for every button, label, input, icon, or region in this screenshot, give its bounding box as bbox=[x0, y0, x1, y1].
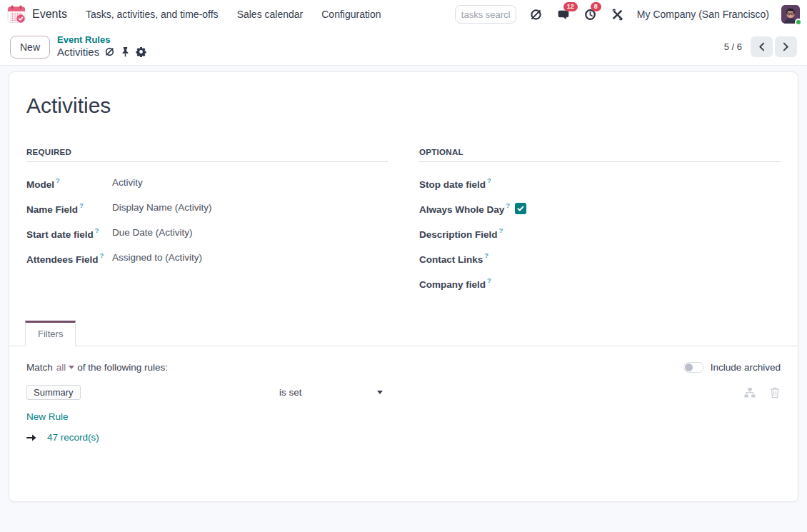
messages-icon[interactable]: 12 bbox=[556, 7, 571, 22]
pager-next-button[interactable] bbox=[775, 36, 797, 57]
required-section-title: REQUIRED bbox=[26, 148, 388, 162]
presence-circle-icon[interactable] bbox=[528, 7, 543, 22]
field-label: Company field bbox=[419, 278, 486, 289]
form-sheet: Activities REQUIRED Model? Activity Name… bbox=[9, 71, 798, 502]
matched-records-row: 47 record(s) bbox=[26, 432, 781, 443]
tab-filters[interactable]: Filters bbox=[25, 321, 76, 346]
chevron-down-icon bbox=[69, 366, 74, 369]
systray: 12 8 My Company (San Francisco) bbox=[455, 5, 800, 24]
tools-icon[interactable] bbox=[610, 7, 625, 22]
field-label: Contact Links bbox=[419, 254, 483, 264]
field-label: Start date field bbox=[26, 229, 94, 239]
pager-previous-button[interactable] bbox=[751, 36, 773, 57]
field-value-start-date[interactable]: Due Date (Activity) bbox=[112, 227, 388, 239]
field-row-name-field: Name Field? Display Name (Activity) bbox=[26, 201, 388, 216]
help-icon: ? bbox=[95, 226, 99, 234]
match-prefix: Match bbox=[26, 362, 53, 373]
help-icon: ? bbox=[499, 226, 503, 234]
help-icon: ? bbox=[56, 176, 60, 184]
pager-value[interactable]: 5 / 6 bbox=[724, 41, 742, 52]
match-operator-value: all bbox=[56, 362, 66, 373]
field-row-always-whole-day: Always Whole Day? bbox=[419, 201, 781, 216]
include-archived-toggle[interactable] bbox=[683, 362, 704, 373]
company-switcher[interactable]: My Company (San Francisco) bbox=[637, 9, 769, 20]
chevron-down-icon bbox=[377, 391, 383, 394]
control-panel: New Event Rules Activities 5 / 6 bbox=[0, 29, 807, 66]
add-branch-icon[interactable] bbox=[744, 387, 756, 398]
settings-gear-icon[interactable] bbox=[136, 46, 146, 57]
help-icon: ? bbox=[506, 201, 510, 209]
record-status-icon[interactable] bbox=[104, 46, 115, 57]
rule-operator-select[interactable]: is set bbox=[279, 387, 383, 398]
optional-section-title: OPTIONAL bbox=[419, 148, 781, 162]
field-value-description[interactable] bbox=[515, 227, 781, 239]
field-row-model: Model? Activity bbox=[26, 176, 388, 191]
help-icon: ? bbox=[100, 251, 104, 259]
help-icon: ? bbox=[487, 276, 491, 284]
filters-pane: Match all of the following rules: Includ… bbox=[26, 346, 781, 443]
field-row-description: Description Field? bbox=[419, 226, 781, 241]
field-value-attendees[interactable]: Assigned to (Activity) bbox=[112, 252, 388, 264]
field-label: Stop date field bbox=[419, 179, 486, 189]
breadcrumb: Event Rules Activities bbox=[57, 35, 146, 58]
field-label: Model bbox=[26, 179, 54, 189]
content-area: Activities REQUIRED Model? Activity Name… bbox=[0, 66, 807, 532]
field-row-stop-date: Stop date field? bbox=[419, 176, 781, 191]
field-value-name-field[interactable]: Display Name (Activity) bbox=[112, 202, 388, 214]
field-value-model[interactable]: Activity bbox=[112, 177, 388, 189]
optional-section: OPTIONAL Stop date field? Always Whole D… bbox=[419, 148, 781, 301]
match-rules-row: Match all of the following rules: Includ… bbox=[26, 362, 781, 373]
activities-badge: 8 bbox=[591, 2, 601, 11]
toggle-knob bbox=[685, 363, 693, 371]
required-section: REQUIRED Model? Activity Name Field? Dis… bbox=[26, 148, 388, 301]
pin-icon[interactable] bbox=[120, 46, 131, 57]
online-status-dot bbox=[795, 19, 802, 26]
field-row-contact-links: Contact Links? bbox=[419, 251, 781, 266]
app-name[interactable]: Events bbox=[32, 8, 67, 21]
help-icon: ? bbox=[484, 251, 488, 259]
activities-clock-icon[interactable]: 8 bbox=[583, 7, 598, 22]
field-label: Always Whole Day bbox=[419, 204, 504, 214]
include-archived-group: Include archived bbox=[683, 362, 781, 373]
breadcrumb-current: Activities bbox=[57, 46, 99, 58]
field-label: Attendees Field bbox=[26, 254, 99, 264]
field-value-stop-date[interactable] bbox=[515, 177, 781, 189]
form-columns: REQUIRED Model? Activity Name Field? Dis… bbox=[26, 148, 781, 301]
delete-rule-icon[interactable] bbox=[769, 387, 781, 398]
record-title[interactable]: Activities bbox=[26, 94, 781, 118]
new-button[interactable]: New bbox=[10, 36, 50, 59]
new-rule-link[interactable]: New Rule bbox=[26, 411, 69, 422]
menu-tasks-activities[interactable]: Tasks, activities, and time-offs bbox=[86, 6, 219, 23]
main-menu: Tasks, activities, and time-offs Sales c… bbox=[86, 6, 381, 23]
field-value-company[interactable] bbox=[515, 277, 781, 289]
field-row-attendees: Attendees Field? Assigned to (Activity) bbox=[26, 251, 388, 266]
menu-sales-calendar[interactable]: Sales calendar bbox=[237, 6, 304, 23]
pager: 5 / 6 bbox=[724, 36, 797, 57]
rule-operator-value: is set bbox=[279, 387, 302, 398]
match-suffix: of the following rules: bbox=[77, 362, 168, 373]
always-whole-day-checkbox[interactable] bbox=[515, 203, 526, 214]
notebook-tabs: Filters bbox=[9, 321, 798, 346]
menu-configuration[interactable]: Configuration bbox=[321, 6, 381, 23]
help-icon: ? bbox=[79, 201, 84, 209]
field-value-contact-links[interactable] bbox=[515, 252, 781, 264]
filter-rule-row: Summary is set bbox=[26, 385, 781, 400]
help-icon: ? bbox=[487, 176, 491, 184]
field-row-company: Company field? bbox=[419, 276, 781, 291]
field-label: Name Field bbox=[26, 204, 78, 214]
field-label: Description Field bbox=[419, 229, 498, 239]
user-avatar[interactable] bbox=[781, 5, 800, 24]
top-navbar: Events Tasks, activities, and time-offs … bbox=[0, 0, 807, 29]
field-row-start-date: Start date field? Due Date (Activity) bbox=[26, 226, 388, 241]
messages-badge: 12 bbox=[563, 2, 578, 11]
include-archived-label[interactable]: Include archived bbox=[711, 362, 781, 373]
tasks-search-input[interactable] bbox=[455, 5, 516, 24]
record-count-link[interactable]: 47 record(s) bbox=[47, 432, 99, 443]
breadcrumb-parent-link[interactable]: Event Rules bbox=[57, 35, 146, 46]
match-operator-dropdown[interactable]: all bbox=[56, 362, 75, 373]
events-app-icon[interactable] bbox=[7, 5, 26, 24]
rule-field-tag[interactable]: Summary bbox=[26, 385, 81, 400]
arrow-right-icon bbox=[26, 433, 37, 442]
